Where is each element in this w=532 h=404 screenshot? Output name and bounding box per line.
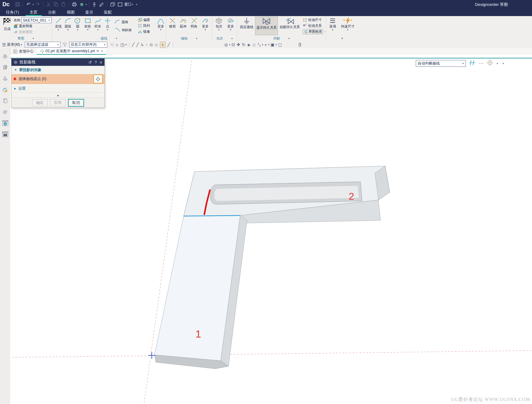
corner-button[interactable]: 拐角 bbox=[189, 17, 199, 28]
datum-axis-horizontal-right[interactable] bbox=[220, 351, 532, 355]
quadrant-snap-icon[interactable]: ◇ bbox=[155, 42, 158, 47]
constraint-navigator-icon[interactable] bbox=[2, 75, 8, 82]
select-curve-row[interactable]: ✱ 选择曲线或点 (0) bbox=[11, 74, 104, 84]
sketch-check-button[interactable]: 草图检查 bbox=[303, 29, 323, 34]
material-icon[interactable] bbox=[79, 1, 85, 7]
settings-gear-icon[interactable] bbox=[2, 53, 8, 59]
fix-curve-button[interactable]: 固定曲线 bbox=[238, 17, 255, 29]
rectangle-dropdown-icon[interactable]: ▾ bbox=[87, 28, 88, 31]
tab-home[interactable]: 主页 bbox=[26, 9, 42, 16]
dialog-help-icon[interactable]: ? bbox=[95, 60, 97, 65]
duplicate-window-icon[interactable] bbox=[109, 1, 116, 7]
tab-assembly[interactable]: 装配 bbox=[100, 9, 116, 16]
render-caret-icon[interactable]: ▾ bbox=[268, 43, 269, 46]
window-layout-icon[interactable] bbox=[2, 131, 8, 137]
zoom-window-icon[interactable]: ⊡ bbox=[232, 42, 235, 47]
project-curve-dialog[interactable]: 投影曲线 ↺ ? × ▼ 要投影的对象 ✱ 选择曲线或点 (0) ▶ 设置 ▲ … bbox=[11, 58, 105, 108]
history-book-icon[interactable] bbox=[2, 98, 8, 104]
undo-icon[interactable]: ↶ bbox=[25, 1, 32, 7]
point-dropdown-icon[interactable]: ▾ bbox=[107, 28, 108, 31]
filter-icon[interactable] bbox=[62, 42, 68, 48]
relax-relation-button[interactable]: 松弛关系 bbox=[303, 23, 326, 28]
ribbon-collapse-icon[interactable]: ▾ bbox=[136, 3, 137, 6]
touch-pen-icon[interactable] bbox=[99, 1, 105, 7]
group-dialog-icon[interactable]: ▾ bbox=[116, 37, 117, 40]
tab-view[interactable]: 视图 bbox=[63, 9, 79, 16]
line-dropdown-icon[interactable]: ▾ bbox=[58, 28, 59, 31]
group-dialog-icon[interactable]: ▼ bbox=[341, 37, 343, 40]
zoom-icon[interactable]: ◎ bbox=[224, 42, 228, 47]
menu-icon[interactable]: ☰ bbox=[2, 42, 6, 47]
spline-dropdown-icon[interactable]: ▾ bbox=[97, 28, 99, 31]
mirror-button[interactable]: 镜像 bbox=[138, 29, 155, 34]
snap-point-icon[interactable]: ◳ bbox=[120, 42, 124, 47]
undo-dropdown-icon[interactable]: ▾ bbox=[32, 3, 34, 6]
endpoint-snap-icon[interactable]: ╱ bbox=[132, 42, 134, 47]
group-dialog-icon[interactable]: ▾ bbox=[288, 37, 289, 40]
group-dialog-icon[interactable]: ▾ bbox=[231, 37, 232, 40]
part-1-body[interactable] bbox=[155, 215, 247, 369]
ok-button[interactable]: 确定 bbox=[32, 99, 48, 106]
sketch-origin-crosshair[interactable] bbox=[148, 352, 155, 359]
dialog-reset-icon[interactable]: ↺ bbox=[88, 60, 92, 65]
redo-icon[interactable]: ↷ bbox=[35, 1, 41, 7]
print-icon[interactable] bbox=[71, 1, 77, 7]
quick-dimension-dropdown-icon[interactable]: ▾ bbox=[347, 28, 348, 31]
apply-button[interactable]: 应用 bbox=[50, 99, 66, 106]
include-button[interactable]: 包含 ▾ bbox=[214, 17, 224, 31]
rectangle-button[interactable]: 矩形 ▾ bbox=[83, 17, 93, 31]
menu-button[interactable]: 菜单(M) bbox=[7, 42, 20, 47]
extend-button[interactable]: 延伸 bbox=[178, 17, 188, 28]
part-2-body[interactable] bbox=[184, 166, 390, 223]
arc-button[interactable]: 圆弧 ▾ bbox=[63, 17, 72, 31]
tab-active-part[interactable]: 02.prt 在装配中 assembly1.prt ⟳ × bbox=[37, 48, 106, 55]
objects-to-project-section[interactable]: ▼ 要投影的对象 bbox=[11, 66, 104, 74]
reattach-button[interactable]: 重新附着 bbox=[14, 24, 52, 28]
render-style-icon[interactable]: ◖ bbox=[264, 42, 267, 47]
selection-scope-combo[interactable]: 仅在工作部件内 ▾ bbox=[69, 42, 107, 48]
group-dialog-icon[interactable]: ▾ bbox=[32, 37, 34, 40]
options-dropdown-icon[interactable]: ▾ bbox=[332, 28, 333, 31]
sketch-check-dropdown-icon[interactable]: ▾ bbox=[324, 30, 326, 33]
spline-button[interactable]: 样条 ▾ bbox=[93, 17, 102, 31]
orient-view-icon[interactable]: ◈ bbox=[247, 42, 250, 47]
pattern-button[interactable]: 阵列 bbox=[138, 23, 155, 28]
sketch-navigator-icon[interactable] bbox=[2, 87, 8, 93]
fillet-button[interactable]: 圆角 bbox=[114, 19, 137, 25]
point-dialog-button[interactable] bbox=[93, 74, 103, 83]
tab-discovery-center[interactable]: 发现中心 bbox=[10, 48, 37, 55]
window-menu[interactable]: 窗口 bbox=[124, 2, 132, 7]
pan-icon[interactable]: ✥ bbox=[237, 42, 240, 47]
clip-section-icon[interactable] bbox=[297, 42, 303, 48]
copy-icon[interactable] bbox=[53, 1, 59, 7]
assembly-navigator-icon[interactable] bbox=[2, 64, 8, 70]
offset-button[interactable]: 偏置 bbox=[138, 18, 155, 22]
window-dropdown-icon[interactable]: ▾ bbox=[132, 3, 133, 6]
save-icon[interactable] bbox=[15, 1, 21, 7]
tab-task[interactable]: 任务(T) bbox=[2, 9, 23, 16]
intersection-snap-icon[interactable]: ＋ bbox=[160, 42, 166, 48]
paste-icon[interactable] bbox=[60, 1, 66, 7]
tab-analysis[interactable]: 分析 bbox=[44, 9, 60, 16]
relax-dimension-button[interactable]: 松弛尺寸 bbox=[303, 18, 326, 22]
include-dropdown-icon[interactable]: ▾ bbox=[218, 28, 219, 31]
snap-point-caret-icon[interactable]: ▾ bbox=[126, 43, 127, 46]
options-button[interactable]: 选项 ▾ bbox=[327, 17, 338, 31]
circle-button[interactable]: 圆 ▾ bbox=[73, 17, 82, 31]
material-dropdown-icon[interactable]: ▾ bbox=[86, 3, 87, 6]
fit-caret-icon[interactable]: ▾ bbox=[262, 43, 263, 46]
curve-more-dropdown-icon[interactable]: ▾ bbox=[160, 28, 161, 31]
include-more-button[interactable]: 更多 ▾ bbox=[225, 17, 236, 31]
cancel-button[interactable]: 取消 bbox=[68, 99, 84, 107]
background-caret-icon[interactable]: ▾ bbox=[276, 43, 277, 46]
control-point-snap-icon[interactable]: ↳ bbox=[140, 42, 144, 47]
finish-sketch-button[interactable]: 完成 bbox=[2, 18, 12, 31]
zoom-caret-icon[interactable]: ▾ bbox=[229, 43, 230, 46]
selection-filter-combo[interactable]: 无选择过滤器 ▾ bbox=[25, 42, 61, 48]
center-snap-icon[interactable]: ⊙ bbox=[150, 42, 153, 47]
settings-section[interactable]: ▶ 设置 bbox=[11, 84, 104, 93]
existing-point-snap-icon[interactable]: ╱ bbox=[168, 42, 170, 47]
arc-dropdown-icon[interactable]: ▾ bbox=[67, 28, 69, 31]
background-icon[interactable]: ▣ bbox=[270, 42, 274, 47]
create-persistent-relations-button[interactable]: 创建持久关系 bbox=[278, 17, 301, 29]
